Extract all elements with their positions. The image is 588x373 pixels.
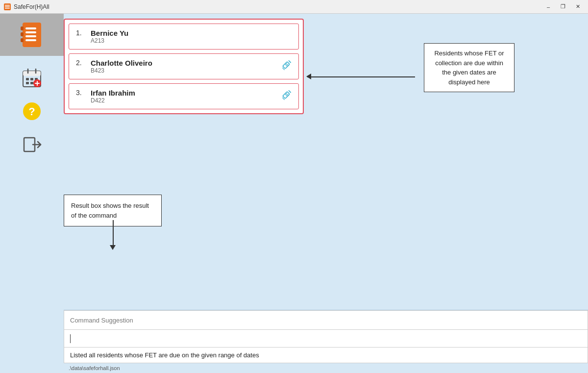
svg-rect-5: [21, 26, 24, 30]
svg-rect-16: [26, 78, 29, 80]
contacts-icon[interactable]: [21, 23, 43, 47]
svg-rect-6: [21, 32, 24, 36]
result-annotation-text: Result box shows the result of the comma…: [71, 202, 149, 219]
titlebar-controls: – ❐ ✕: [542, 2, 584, 12]
calendar-icon-button[interactable]: [20, 66, 44, 90]
command-suggestion-bar[interactable]: [64, 310, 588, 330]
app-logo-icon: [4, 3, 11, 10]
fet-tooltip-box: Residents whose FET or collection are du…: [424, 43, 514, 92]
tooltip-arrow-head: [306, 74, 311, 79]
bottom-area: Listed all residents whose FET are due o…: [64, 310, 588, 363]
help-icon-button[interactable]: ?: [20, 99, 44, 124]
resident-panel: 1. Bernice Yu A213 2. Charlotte Oliveiro…: [64, 19, 304, 114]
svg-text:?: ?: [28, 105, 35, 118]
svg-rect-13: [23, 71, 41, 76]
svg-rect-4: [23, 23, 41, 47]
main-content: 1. Bernice Yu A213 2. Charlotte Oliveiro…: [64, 14, 588, 310]
result-text: Listed all residents whose FET are due o…: [70, 351, 259, 359]
sidebar-top: [0, 14, 64, 56]
svg-rect-19: [26, 82, 29, 84]
resident-left-2: 2. Charlotte Oliveiro B423: [76, 59, 152, 74]
resident-name-1: Bernice Yu: [91, 29, 128, 37]
annotation-arrow-head: [110, 245, 116, 250]
resident-left-3: 3. Irfan Ibrahim D422: [76, 89, 135, 104]
svg-line-28: [289, 61, 291, 63]
annotation-arrow-line: [113, 220, 114, 247]
resident-item-3[interactable]: 3. Irfan Ibrahim D422: [69, 83, 299, 109]
svg-rect-20: [30, 82, 33, 84]
sidebar: ?: [0, 14, 64, 373]
svg-line-33: [289, 91, 291, 93]
syringe-icon-2[interactable]: [281, 60, 292, 73]
resident-number-2: 2.: [76, 59, 86, 67]
command-cursor: [70, 334, 71, 343]
svg-rect-11: [25, 39, 36, 41]
resident-info-3: Irfan Ibrahim D422: [91, 89, 135, 104]
app-body: ? 1. Bernice Yu A213: [0, 14, 588, 373]
fet-tooltip-text: Residents whose FET or collection are du…: [434, 50, 504, 86]
resident-number-1: 1.: [76, 29, 86, 37]
svg-rect-2: [5, 6, 10, 7]
resident-left-1: 1. Bernice Yu A213: [76, 29, 128, 44]
svg-rect-10: [25, 35, 36, 37]
resident-room-1: A213: [91, 37, 128, 44]
logout-icon-button[interactable]: [20, 132, 44, 157]
minimize-button[interactable]: –: [542, 2, 555, 12]
svg-rect-9: [25, 31, 36, 33]
command-input-row[interactable]: [64, 330, 588, 348]
statusbar: .\data\safeforhall.json: [64, 363, 588, 373]
resident-item-2[interactable]: 2. Charlotte Oliveiro B423: [69, 53, 299, 79]
result-box: Listed all residents whose FET are due o…: [64, 348, 588, 363]
svg-rect-17: [30, 78, 33, 80]
statusbar-path: .\data\safeforhall.json: [69, 365, 120, 371]
svg-rect-8: [25, 27, 36, 29]
close-button[interactable]: ✕: [571, 2, 584, 12]
titlebar: SafeFor(H)All – ❐ ✕: [0, 0, 588, 14]
resident-item-1[interactable]: 1. Bernice Yu A213: [69, 24, 299, 50]
svg-rect-1: [5, 5, 10, 6]
svg-rect-3: [5, 8, 10, 9]
resident-name-3: Irfan Ibrahim: [91, 89, 135, 97]
resident-room-2: B423: [91, 67, 152, 74]
resident-info-1: Bernice Yu A213: [91, 29, 128, 44]
app-content: 1. Bernice Yu A213 2. Charlotte Oliveiro…: [64, 14, 588, 373]
resident-info-2: Charlotte Oliveiro B423: [91, 59, 152, 74]
maximize-button[interactable]: ❐: [557, 2, 569, 12]
app-title: SafeFor(H)All: [14, 3, 49, 10]
resident-name-2: Charlotte Oliveiro: [91, 59, 152, 67]
resident-number-3: 3.: [76, 89, 86, 97]
command-suggestion-input[interactable]: [70, 317, 582, 324]
titlebar-left: SafeFor(H)All: [4, 3, 49, 10]
resident-room-3: D422: [91, 97, 135, 104]
svg-rect-7: [21, 38, 24, 42]
syringe-icon-3[interactable]: [281, 90, 292, 103]
tooltip-arrow-line: [307, 76, 415, 77]
